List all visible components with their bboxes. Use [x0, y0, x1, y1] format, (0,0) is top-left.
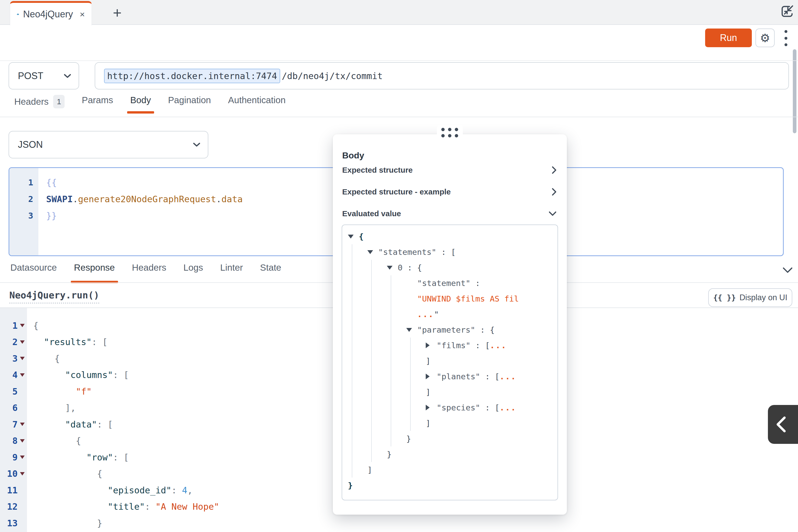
tab-authentication[interactable]: Authentication [228, 95, 285, 113]
tab-close-icon[interactable]: × [80, 10, 85, 19]
json-line: 2 "results": [ [0, 334, 363, 350]
json-line: 11 "episode_id": 4, [0, 482, 363, 498]
url-path: /db/neo4j/tx/commit [282, 71, 383, 81]
tree-line: "films" : [... [426, 338, 556, 353]
url-input[interactable]: http://host.docker.internal:7474 /db/neo… [95, 62, 789, 90]
tab-state[interactable]: State [260, 260, 281, 283]
json-line: 6 ], [0, 400, 363, 416]
tab-linter-label: Linter [220, 262, 243, 273]
method-value: POST [18, 71, 43, 81]
json-line: 5 "f" [0, 383, 363, 400]
tree-line: "UNWIND $films AS fil [406, 291, 556, 306]
tab-params[interactable]: Params [82, 95, 113, 113]
json-line: 12 "title": "A New Hope" [0, 498, 363, 515]
tab-pagination-label: Pagination [168, 95, 211, 105]
tab-logs[interactable]: Logs [183, 260, 203, 283]
request-tabs-divider [0, 117, 798, 117]
tab-params-label: Params [82, 95, 113, 105]
more-options-button[interactable] [783, 29, 788, 47]
json-line: 8 { [0, 433, 363, 449]
evaluated-value-row[interactable]: Evaluated value [333, 206, 567, 222]
chevron-down-icon [63, 73, 71, 79]
tab-bar: Neo4jQuery × + [0, 0, 798, 25]
expected-structure-example-label: Expected structure - example [342, 187, 451, 196]
chevron-right-icon [551, 166, 557, 174]
line-number: 3 [10, 211, 38, 221]
new-tab-button[interactable]: + [108, 2, 127, 23]
fold-toggle[interactable] [18, 456, 27, 459]
json-line: 13 } [0, 515, 363, 531]
tab-state-label: State [260, 262, 281, 273]
chevron-down-icon [193, 142, 201, 147]
expected-structure-label: Expected structure [342, 166, 413, 174]
expected-structure-example-row[interactable]: Expected structure - example [333, 184, 567, 200]
expand-arrow-icon[interactable] [426, 342, 437, 348]
display-on-ui-button[interactable]: {{ }} Display on UI [708, 288, 792, 307]
fold-toggle[interactable] [18, 373, 27, 377]
popup-title: Body [342, 150, 364, 160]
body-type-value: JSON [18, 139, 43, 150]
collapse-response-panel-icon[interactable] [781, 265, 794, 276]
evaluated-value-tree[interactable]: { "statements" : [ 0 : { "statement" : "… [342, 225, 558, 500]
expected-structure-row[interactable]: Expected structure [333, 162, 567, 178]
expand-arrow-icon[interactable] [426, 374, 437, 379]
run-button[interactable]: Run [705, 28, 752, 47]
vertical-scrollbar[interactable] [793, 49, 796, 133]
cloud-icon [17, 10, 19, 18]
tree-line: 0 : { [387, 260, 556, 276]
tree-line: ] [426, 353, 556, 369]
collapse-window-icon[interactable] [779, 3, 795, 20]
api-client-window: Neo4jQuery × + Run ⚙ POST http://host.do… [0, 0, 798, 532]
response-json-viewer[interactable]: 1 { 2 "results": [ 3 { 4 "columns": [ 5 … [0, 317, 363, 531]
response-tabs: Datasource Response Headers Logs Linter … [11, 260, 281, 283]
tree-line: "statement" : [406, 276, 556, 291]
tree-line: ] [367, 462, 556, 478]
fold-toggle[interactable] [18, 324, 27, 327]
tree-line: } [348, 478, 556, 493]
popup-drag-handle[interactable] [437, 125, 463, 140]
response-query-title[interactable]: Neo4jQuery.run() [10, 290, 99, 304]
json-line: 10 { [0, 466, 363, 482]
tab-datasource-label: Datasource [11, 262, 57, 273]
tree-line: "planets" : [... [426, 369, 556, 384]
fold-toggle[interactable] [18, 423, 27, 426]
collapse-arrow-icon[interactable] [348, 235, 359, 239]
fold-toggle[interactable] [18, 357, 27, 360]
tab-response-headers-label: Headers [132, 262, 166, 273]
curly-braces-icon: {{ }} [713, 293, 736, 302]
settings-button[interactable]: ⚙ [756, 28, 775, 47]
body-inspector-popup: Body Expected structure Expected structu… [333, 134, 567, 515]
json-line: 7 "data": [ [0, 416, 363, 433]
open-side-panel-button[interactable] [768, 405, 798, 444]
tab-response-headers[interactable]: Headers [132, 260, 166, 283]
fold-toggle[interactable] [18, 472, 27, 475]
method-select[interactable]: POST [8, 62, 79, 90]
json-line: 4 "columns": [ [0, 367, 363, 383]
tree-line: "parameters" : { [406, 322, 556, 338]
json-line: 1 { [0, 317, 363, 334]
collapse-arrow-icon[interactable] [406, 328, 417, 332]
drag-dots-icon [441, 128, 459, 138]
tab-linter[interactable]: Linter [220, 260, 243, 283]
tab-response-label: Response [74, 262, 115, 273]
tab-body[interactable]: Body [130, 95, 151, 113]
tab-pagination[interactable]: Pagination [168, 95, 211, 113]
tab-title: Neo4jQuery [23, 9, 73, 20]
url-template-token[interactable]: http://host.docker.internal:7474 [104, 69, 280, 83]
collapse-arrow-icon[interactable] [367, 250, 378, 254]
collapse-arrow-icon[interactable] [387, 266, 398, 270]
tab-response[interactable]: Response [74, 260, 115, 283]
chevron-right-icon [551, 187, 557, 196]
fold-toggle[interactable] [18, 439, 27, 442]
line-number: 2 [10, 194, 38, 204]
expand-arrow-icon[interactable] [426, 405, 437, 411]
tab-datasource[interactable]: Datasource [11, 260, 57, 283]
tab-neo4jquery[interactable]: Neo4jQuery × [10, 1, 92, 25]
tree-line: } [406, 431, 556, 446]
fold-toggle[interactable] [18, 340, 27, 344]
toolbar-divider [0, 60, 798, 61]
display-on-ui-label: Display on UI [739, 293, 787, 302]
body-type-select[interactable]: JSON [8, 131, 208, 158]
chevron-left-icon [775, 416, 787, 433]
tab-headers[interactable]: Headers 1 [14, 95, 64, 116]
